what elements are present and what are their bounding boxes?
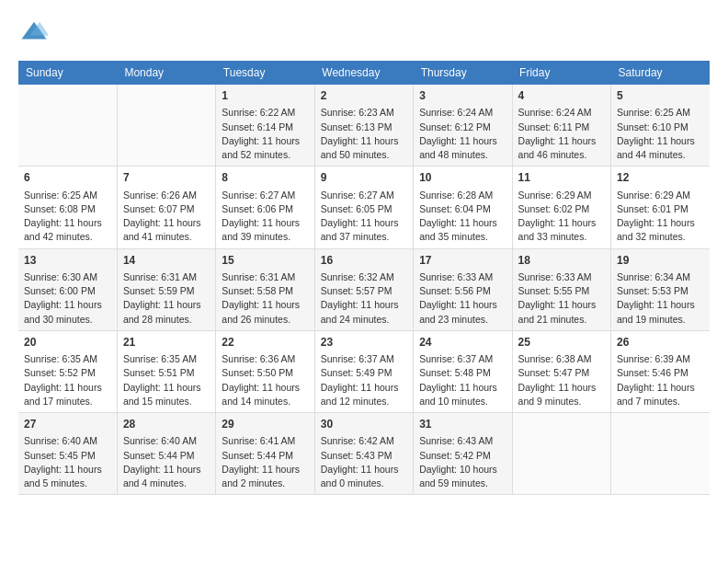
- calendar-week-4: 20Sunrise: 6:35 AMSunset: 5:52 PMDayligh…: [18, 330, 710, 412]
- calendar-cell: [611, 413, 710, 495]
- day-info: Sunrise: 6:38 AM: [518, 352, 605, 366]
- day-info: Sunset: 6:08 PM: [24, 202, 111, 216]
- day-info: Daylight: 11 hours and 12 minutes.: [321, 381, 407, 408]
- day-info: Sunset: 6:14 PM: [222, 121, 308, 134]
- day-info: Sunrise: 6:37 AM: [419, 352, 506, 366]
- day-info: Sunrise: 6:24 AM: [518, 106, 605, 120]
- day-info: Sunrise: 6:26 AM: [123, 189, 210, 202]
- day-info: Daylight: 11 hours and 23 minutes.: [419, 298, 506, 326]
- calendar-week-3: 13Sunrise: 6:30 AMSunset: 6:00 PMDayligh…: [18, 248, 710, 330]
- day-number: 15: [222, 253, 308, 269]
- day-info: Sunset: 5:55 PM: [518, 284, 605, 298]
- day-number: 2: [321, 88, 407, 104]
- day-info: Sunrise: 6:41 AM: [222, 434, 308, 448]
- calendar-week-1: 1Sunrise: 6:22 AMSunset: 6:14 PMDaylight…: [18, 85, 710, 167]
- day-number: 3: [419, 88, 506, 104]
- day-info: Daylight: 11 hours and 0 minutes.: [321, 463, 407, 490]
- weekday-header-friday: Friday: [512, 61, 610, 85]
- day-number: 29: [222, 417, 308, 432]
- calendar-cell: 30Sunrise: 6:42 AMSunset: 5:43 PMDayligh…: [314, 413, 413, 495]
- day-info: Sunrise: 6:29 AM: [617, 189, 704, 202]
- day-info: Sunset: 5:53 PM: [617, 284, 704, 298]
- day-info: Sunrise: 6:43 AM: [419, 434, 506, 448]
- day-info: Sunrise: 6:28 AM: [419, 189, 506, 202]
- day-number: 5: [617, 88, 704, 104]
- day-info: Daylight: 11 hours and 52 minutes.: [222, 134, 308, 162]
- day-info: Sunset: 6:06 PM: [222, 202, 308, 216]
- day-number: 17: [419, 253, 506, 269]
- day-info: Daylight: 11 hours and 7 minutes.: [617, 381, 704, 408]
- day-info: Sunrise: 6:40 AM: [123, 434, 210, 448]
- day-info: Daylight: 11 hours and 14 minutes.: [222, 381, 308, 408]
- calendar-cell: 22Sunrise: 6:36 AMSunset: 5:50 PMDayligh…: [216, 330, 314, 412]
- day-info: Sunrise: 6:25 AM: [24, 189, 111, 202]
- calendar-cell: 13Sunrise: 6:30 AMSunset: 6:00 PMDayligh…: [18, 248, 117, 330]
- day-info: Daylight: 11 hours and 5 minutes.: [24, 463, 111, 490]
- calendar-cell: 24Sunrise: 6:37 AMSunset: 5:48 PMDayligh…: [414, 330, 512, 412]
- day-info: Sunset: 5:47 PM: [518, 366, 605, 380]
- day-number: 30: [321, 417, 407, 432]
- day-info: Sunrise: 6:42 AM: [321, 434, 407, 448]
- day-number: 8: [222, 170, 308, 186]
- day-info: Sunrise: 6:35 AM: [123, 352, 210, 366]
- logo-icon: [20, 18, 48, 46]
- calendar-cell: 14Sunrise: 6:31 AMSunset: 5:59 PMDayligh…: [117, 248, 215, 330]
- day-info: Sunset: 5:44 PM: [123, 449, 210, 463]
- day-info: Sunset: 5:58 PM: [222, 284, 308, 298]
- day-number: 22: [222, 335, 308, 350]
- day-info: Daylight: 11 hours and 26 minutes.: [222, 298, 308, 326]
- logo: [18, 18, 48, 46]
- day-info: Sunrise: 6:27 AM: [222, 189, 308, 202]
- day-info: Sunrise: 6:36 AM: [222, 352, 308, 366]
- calendar-cell: 7Sunrise: 6:26 AMSunset: 6:07 PMDaylight…: [117, 167, 215, 248]
- day-info: Daylight: 11 hours and 19 minutes.: [617, 298, 704, 326]
- day-number: 7: [123, 170, 210, 186]
- day-info: Sunset: 6:07 PM: [123, 202, 210, 216]
- day-info: Daylight: 11 hours and 17 minutes.: [24, 381, 111, 408]
- day-number: 16: [321, 253, 407, 269]
- day-number: 14: [123, 253, 210, 269]
- day-info: Sunset: 5:57 PM: [321, 284, 407, 298]
- day-info: Sunrise: 6:33 AM: [419, 270, 506, 284]
- day-info: Sunrise: 6:25 AM: [617, 106, 704, 120]
- day-info: Sunset: 6:11 PM: [518, 121, 605, 134]
- calendar-cell: [18, 85, 117, 167]
- day-number: 28: [123, 417, 210, 432]
- day-info: Sunset: 5:42 PM: [419, 449, 506, 463]
- day-info: Daylight: 11 hours and 15 minutes.: [123, 381, 210, 408]
- calendar-week-5: 27Sunrise: 6:40 AMSunset: 5:45 PMDayligh…: [18, 413, 710, 495]
- day-info: Sunset: 6:10 PM: [617, 121, 704, 134]
- day-info: Sunset: 6:05 PM: [321, 202, 407, 216]
- day-number: 4: [518, 88, 605, 104]
- day-info: Daylight: 11 hours and 37 minutes.: [321, 216, 407, 244]
- weekday-header-wednesday: Wednesday: [314, 61, 413, 85]
- calendar-cell: 16Sunrise: 6:32 AMSunset: 5:57 PMDayligh…: [314, 248, 413, 330]
- day-info: Sunrise: 6:31 AM: [123, 270, 210, 284]
- day-info: Sunset: 5:46 PM: [617, 366, 704, 380]
- calendar-cell: 17Sunrise: 6:33 AMSunset: 5:56 PMDayligh…: [414, 248, 512, 330]
- day-number: 21: [123, 335, 210, 350]
- calendar-cell: 19Sunrise: 6:34 AMSunset: 5:53 PMDayligh…: [611, 248, 710, 330]
- day-info: Daylight: 11 hours and 24 minutes.: [321, 298, 407, 326]
- day-info: Sunset: 5:51 PM: [123, 366, 210, 380]
- weekday-header-row: SundayMondayTuesdayWednesdayThursdayFrid…: [18, 61, 710, 85]
- calendar-cell: 21Sunrise: 6:35 AMSunset: 5:51 PMDayligh…: [117, 330, 215, 412]
- day-info: Sunrise: 6:23 AM: [321, 106, 407, 120]
- calendar-cell: 1Sunrise: 6:22 AMSunset: 6:14 PMDaylight…: [216, 85, 314, 167]
- day-info: Daylight: 11 hours and 28 minutes.: [123, 298, 210, 326]
- day-info: Sunrise: 6:31 AM: [222, 270, 308, 284]
- calendar-cell: 26Sunrise: 6:39 AMSunset: 5:46 PMDayligh…: [611, 330, 710, 412]
- day-info: Daylight: 10 hours and 59 minutes.: [419, 463, 506, 490]
- day-number: 23: [321, 335, 407, 350]
- day-info: Daylight: 11 hours and 39 minutes.: [222, 216, 308, 244]
- day-info: Daylight: 11 hours and 4 minutes.: [123, 463, 210, 490]
- day-info: Daylight: 11 hours and 9 minutes.: [518, 381, 605, 408]
- calendar-cell: 4Sunrise: 6:24 AMSunset: 6:11 PMDaylight…: [512, 85, 610, 167]
- day-info: Sunset: 5:43 PM: [321, 449, 407, 463]
- day-info: Daylight: 11 hours and 42 minutes.: [24, 216, 111, 244]
- calendar-cell: 20Sunrise: 6:35 AMSunset: 5:52 PMDayligh…: [18, 330, 117, 412]
- calendar-cell: 3Sunrise: 6:24 AMSunset: 6:12 PMDaylight…: [414, 85, 512, 167]
- calendar-cell: 5Sunrise: 6:25 AMSunset: 6:10 PMDaylight…: [611, 85, 710, 167]
- day-info: Sunrise: 6:22 AM: [222, 106, 308, 120]
- day-info: Sunrise: 6:37 AM: [321, 352, 407, 366]
